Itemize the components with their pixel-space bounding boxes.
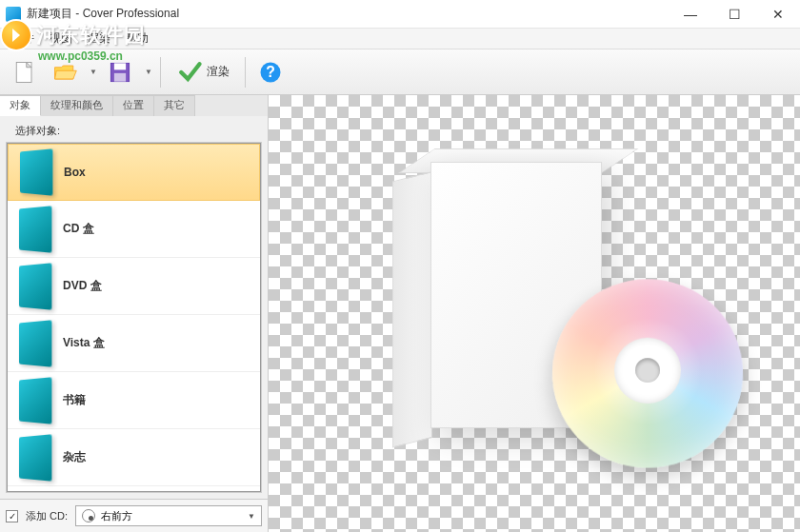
open-button[interactable] <box>48 55 82 89</box>
object-label: 杂志 <box>63 449 86 465</box>
close-button[interactable]: ✕ <box>756 0 800 29</box>
app-icon <box>6 7 21 22</box>
panel-body: Box CD 盒 DVD 盒 Vista 盒 书籍 <box>6 142 262 493</box>
object-label: Vista 盒 <box>63 335 105 351</box>
open-dropdown-icon[interactable]: ▼ <box>90 68 97 76</box>
new-button[interactable] <box>8 55 42 89</box>
tab-texture[interactable]: 纹理和颜色 <box>41 95 113 116</box>
menu-view[interactable]: 视图 <box>42 29 80 49</box>
maximize-button[interactable]: ☐ <box>712 0 756 29</box>
save-dropdown-icon[interactable]: ▼ <box>145 68 152 76</box>
add-cd-label: 添加 CD: <box>26 509 68 523</box>
preview-disc <box>549 279 746 467</box>
menu-help[interactable]: 帮助 <box>118 29 156 49</box>
save-button[interactable] <box>103 55 137 89</box>
window-title: 新建项目 - Cover Professional <box>27 6 669 22</box>
object-item-dvd[interactable]: DVD 盒 <box>8 258 260 315</box>
object-item-cd[interactable]: CD 盒 <box>8 201 260 258</box>
panel-tabs: 对象 纹理和颜色 位置 其它 <box>0 95 268 116</box>
cd-position-select[interactable]: 右前方 ▼ <box>75 505 262 526</box>
object-item-magazine[interactable]: 杂志 <box>8 429 260 486</box>
menu-file[interactable]: 文件 <box>4 29 42 49</box>
object-label: CD 盒 <box>63 221 94 237</box>
svg-rect-3 <box>114 72 126 81</box>
tab-object[interactable]: 对象 <box>0 95 41 116</box>
render-button[interactable]: 渲染 <box>169 55 237 89</box>
dvd-thumb-icon <box>19 263 51 309</box>
object-item-vista[interactable]: Vista 盒 <box>8 315 260 372</box>
cd-position-value: 右前方 <box>101 509 132 523</box>
object-label: 书籍 <box>63 392 86 408</box>
toolbar-separator-2 <box>245 57 246 88</box>
minimize-button[interactable]: — <box>669 0 712 29</box>
object-item-book[interactable]: 书籍 <box>8 372 260 429</box>
menu-render[interactable]: 渲染 <box>80 29 118 49</box>
vista-thumb-icon <box>19 320 51 366</box>
toolbar: ▼ ▼ 渲染 ? <box>0 49 800 95</box>
menu-bar: 文件 视图 渲染 帮助 <box>0 29 800 49</box>
add-cd-row: ✓ 添加 CD: 右前方 ▼ <box>0 499 268 532</box>
object-list[interactable]: Box CD 盒 DVD 盒 Vista 盒 书籍 <box>7 143 261 492</box>
help-button[interactable]: ? <box>253 55 288 89</box>
svg-rect-2 <box>114 63 126 69</box>
render-label: 渲染 <box>207 64 230 80</box>
left-panel: 对象 纹理和颜色 位置 其它 选择对象: Box CD 盒 DVD 盒 <box>0 95 269 532</box>
main-area: 对象 纹理和颜色 位置 其它 选择对象: Box CD 盒 DVD 盒 <box>0 95 800 532</box>
object-label: DVD 盒 <box>63 278 102 294</box>
preview-canvas[interactable] <box>269 95 800 532</box>
object-item-box[interactable]: Box <box>8 144 260 201</box>
book-thumb-icon <box>19 377 51 424</box>
add-cd-checkbox[interactable]: ✓ <box>6 510 18 522</box>
magazine-thumb-icon <box>19 434 51 481</box>
window-controls: — ☐ ✕ <box>669 0 800 29</box>
object-label: Box <box>64 166 86 179</box>
tab-position[interactable]: 位置 <box>113 95 154 116</box>
title-bar: 新建项目 - Cover Professional — ☐ ✕ <box>0 0 800 29</box>
select-object-label: 选择对象: <box>8 120 260 140</box>
tab-other[interactable]: 其它 <box>154 95 195 116</box>
box-thumb-icon <box>20 148 52 195</box>
position-icon <box>82 509 95 522</box>
toolbar-separator <box>160 57 161 88</box>
cd-thumb-icon <box>19 206 51 252</box>
chevron-down-icon: ▼ <box>248 512 255 521</box>
svg-text:?: ? <box>266 64 275 80</box>
